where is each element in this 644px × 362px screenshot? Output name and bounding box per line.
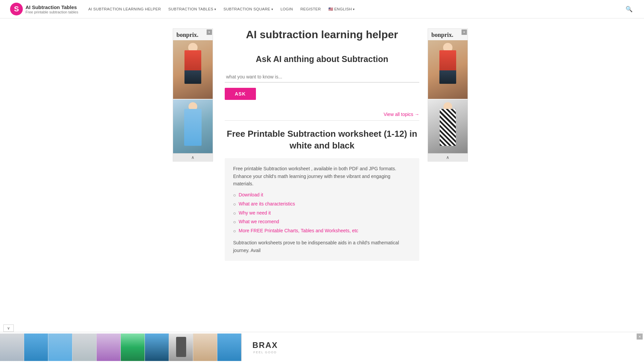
bullet-icon: ○ xyxy=(233,219,236,226)
left-ad-up-arrow-icon: ∧ xyxy=(191,155,195,160)
characteristics-link[interactable]: What are its characteristics xyxy=(238,201,295,206)
left-ad-column: ✕ bonprix. ∧ xyxy=(173,28,216,261)
worksheet-title: Free Printable Subtraction worksheet (1-… xyxy=(225,128,419,152)
list-item: ○ What we recomend xyxy=(233,219,411,226)
nav-language[interactable]: 🇺🇸 ENGLISH ▾ xyxy=(328,7,355,11)
worksheet-footer-text: Subtraction worksheets prove to be indis… xyxy=(233,239,411,254)
view-topics-container: View all topics → xyxy=(225,112,419,117)
left-ad-close-icon: ✕ xyxy=(208,31,211,34)
view-topics-link[interactable]: View all topics → xyxy=(384,112,419,117)
left-bonprix-logo: bonprix. xyxy=(176,32,209,39)
right-ad-close-icon: ✕ xyxy=(463,31,466,34)
nav-subtraction-square[interactable]: SUBTRACTION SQUARE ▾ xyxy=(223,7,273,11)
right-ad-column: ✕ bonprix. ∧ xyxy=(428,28,471,261)
subtraction-tables-caret-icon: ▾ xyxy=(214,7,216,11)
brand-tagline: Free printable subtraction tables xyxy=(25,10,78,14)
why-we-need-link[interactable]: Why we need it xyxy=(238,210,271,216)
brand-name: AI Subtraction Tables xyxy=(25,4,78,10)
left-ad-image-bottom xyxy=(173,100,213,153)
list-item: ○ Why we need it xyxy=(233,210,411,217)
nav-login[interactable]: LOGIN xyxy=(280,7,293,11)
navbar: S AI Subtraction Tables Free printable s… xyxy=(0,0,644,18)
center-content: AI subtraction learning helper Ask AI an… xyxy=(225,28,419,261)
worksheet-description-text: Free printable Subtraction worksheet , a… xyxy=(233,165,411,187)
language-caret-icon: ▾ xyxy=(353,7,355,11)
right-ad-image-top xyxy=(428,40,468,99)
main-container: ✕ bonprix. ∧ AI subtraction learning hel… xyxy=(0,18,644,294)
brand-logo-icon: S xyxy=(10,3,23,15)
worksheet-description-box: Free printable Subtraction worksheet , a… xyxy=(225,158,419,261)
left-ad-box: ✕ bonprix. ∧ xyxy=(173,28,213,162)
ai-section-title: Ask AI anthing about Subtraction xyxy=(225,54,419,64)
page-title: AI subtraction learning helper xyxy=(225,28,419,41)
right-bonprix-logo: bonprix. xyxy=(431,32,464,39)
nav-links: AI SUBTRACTION LEARNING HELPER SUBTRACTI… xyxy=(88,7,624,11)
svg-text:S: S xyxy=(14,5,19,13)
right-ad-image-bottom xyxy=(428,100,468,153)
brand-link[interactable]: S AI Subtraction Tables Free printable s… xyxy=(10,3,78,15)
bullet-icon: ○ xyxy=(233,192,236,199)
list-item: ○ Download it xyxy=(233,192,411,199)
ai-question-input[interactable] xyxy=(225,71,419,82)
ask-button[interactable]: ASK xyxy=(225,88,256,100)
nav-ai-helper[interactable]: AI SUBTRACTION LEARNING HELPER xyxy=(88,7,161,11)
list-item: ○ More FREE Printable Charts, Tables and… xyxy=(233,228,411,235)
download-link[interactable]: Download it xyxy=(238,192,263,197)
search-button[interactable]: 🔍 xyxy=(624,4,634,14)
right-ad-scroll-up-button[interactable]: ∧ xyxy=(428,153,468,161)
right-ad-close-button[interactable]: ✕ xyxy=(462,29,467,35)
left-ad-scroll-up-button[interactable]: ∧ xyxy=(173,153,213,161)
nav-register[interactable]: REGISTER xyxy=(300,7,321,11)
worksheet-list: ○ Download it ○ What are its characteris… xyxy=(233,192,411,234)
subtraction-square-caret-icon: ▾ xyxy=(271,7,273,11)
bullet-icon: ○ xyxy=(233,210,236,217)
right-ad-up-arrow-icon: ∧ xyxy=(446,155,449,160)
search-icon: 🔍 xyxy=(626,6,633,12)
more-free-link[interactable]: More FREE Printable Charts, Tables and W… xyxy=(238,228,358,233)
list-item: ○ What are its characteristics xyxy=(233,201,411,208)
right-ad-box: ✕ bonprix. ∧ xyxy=(428,28,468,162)
left-ad-image-top xyxy=(173,40,213,99)
nav-subtraction-tables[interactable]: SUBTRACTION TABLES ▾ xyxy=(168,7,216,11)
section-divider xyxy=(225,120,419,121)
recommend-link[interactable]: What we recomend xyxy=(238,219,279,224)
ai-section: Ask AI anthing about Subtraction ASK xyxy=(225,51,419,103)
bullet-icon: ○ xyxy=(233,228,236,235)
left-ad-close-button[interactable]: ✕ xyxy=(207,29,212,35)
bullet-icon: ○ xyxy=(233,201,236,208)
